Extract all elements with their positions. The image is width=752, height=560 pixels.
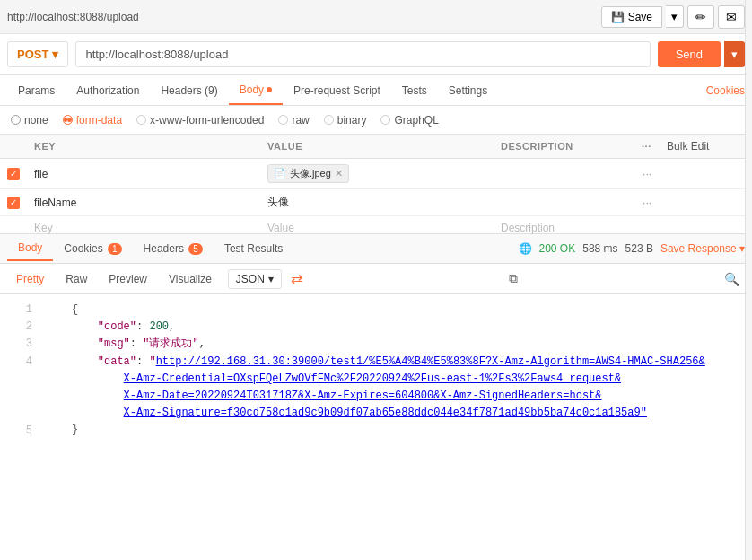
radio-graphql — [380, 115, 390, 125]
response-status: 🌐 200 OK 588 ms 523 B Save Response ▾ — [519, 242, 745, 255]
code-tab-visualize[interactable]: Visualize — [160, 269, 221, 289]
top-bar-actions: 💾 Save ▾ ✏ ✉ — [601, 5, 745, 29]
tab-body[interactable]: Body — [229, 76, 283, 105]
radio-urlencoded — [136, 115, 146, 125]
radio-raw — [278, 115, 288, 125]
body-dot — [267, 87, 272, 92]
tab-prerequest[interactable]: Pre-request Script — [283, 77, 391, 104]
response-tabs: Body Cookies 1 Headers 5 Test Results 🌐 … — [0, 233, 752, 264]
method-select[interactable]: POST ▾ — [7, 41, 68, 67]
row1-bulk — [660, 159, 752, 189]
response-tab-cookies[interactable]: Cookies 1 — [53, 237, 132, 260]
body-type-bar: none form-data x-www-form-urlencoded raw… — [0, 106, 752, 135]
response-time: 588 ms — [582, 242, 617, 255]
code-line-3: "msg": "请求成功", — [72, 336, 705, 353]
response-size: 523 B — [625, 242, 653, 255]
params-table: KEY VALUE DESCRIPTION ··· Bulk Edit ✓ fi… — [0, 135, 752, 241]
url-input[interactable] — [75, 41, 650, 67]
status-code: 200 OK — [539, 242, 576, 255]
body-type-raw[interactable]: raw — [278, 114, 309, 127]
body-type-urlencoded[interactable]: x-www-form-urlencoded — [136, 114, 264, 127]
code-line-4c: X-Amz-Date=20220924T031718Z&X-Amz-Expire… — [72, 388, 705, 405]
response-tab-body[interactable]: Body — [7, 236, 53, 261]
file-tag: 📄 头像.jpeg ✕ — [267, 164, 349, 183]
wrap-button[interactable]: ⇄ — [285, 268, 308, 289]
row1-description[interactable] — [494, 159, 634, 189]
col-description: DESCRIPTION — [494, 135, 634, 159]
col-value: VALUE — [260, 135, 494, 159]
code-area: 1 2 3 4 5 { "code": 200, "msg": "请求成功", … — [0, 294, 752, 456]
code-tab-raw[interactable]: Raw — [57, 269, 96, 289]
tab-headers[interactable]: Headers (9) — [150, 77, 228, 104]
col-checkbox — [0, 135, 27, 159]
row1-value[interactable]: 📄 头像.jpeg ✕ — [260, 159, 494, 189]
code-lines-container: 1 2 3 4 5 { "code": 200, "msg": "请求成功", … — [11, 302, 741, 440]
format-select[interactable]: JSON ▾ — [228, 269, 282, 289]
row2-value[interactable]: 头像 — [260, 189, 494, 216]
format-chevron-icon: ▾ — [268, 273, 274, 285]
row1-checkbox[interactable]: ✓ — [7, 168, 20, 180]
file-icon: 📄 — [274, 168, 286, 179]
row2-key[interactable]: fileName — [27, 189, 260, 216]
row2-description[interactable] — [494, 189, 634, 216]
body-type-form-data[interactable]: form-data — [63, 114, 122, 127]
nav-tabs: Params Authorization Headers (9) Body Pr… — [0, 75, 752, 106]
radio-form-data — [63, 115, 73, 125]
code-content: { "code": 200, "msg": "请求成功", "data": "h… — [72, 302, 705, 440]
row2-more[interactable]: ··· — [634, 189, 660, 216]
data-url-link-2[interactable]: X-Amz-Credential=OXspFQeLZwOVfFMc%2F2022… — [124, 372, 622, 385]
method-chevron-icon: ▾ — [52, 48, 58, 61]
body-type-binary[interactable]: binary — [324, 114, 367, 127]
row2-checkbox[interactable]: ✓ — [7, 197, 20, 209]
globe-icon: 🌐 — [519, 242, 532, 255]
tab-settings[interactable]: Settings — [438, 77, 498, 104]
tab-authorization[interactable]: Authorization — [66, 77, 150, 104]
row1-more[interactable]: ··· — [634, 159, 660, 189]
comment-button[interactable]: ✉ — [718, 5, 745, 29]
save-response-button[interactable]: Save Response ▾ — [660, 242, 745, 255]
cookies-badge: 1 — [108, 243, 122, 255]
data-url-link-4[interactable]: X-Amz-Signature=f30cd758c1ad9c9b09df07ab… — [124, 407, 647, 419]
data-url-link-3[interactable]: X-Amz-Date=20220924T031718Z&X-Amz-Expire… — [124, 389, 602, 402]
response-tab-headers[interactable]: Headers 5 — [133, 237, 214, 260]
save-icon: 💾 — [611, 11, 625, 23]
row2-bulk — [660, 189, 752, 216]
code-line-2: "code": 200, — [72, 319, 705, 336]
tab-tests[interactable]: Tests — [391, 77, 438, 104]
code-toolbar: Pretty Raw Preview Visualize JSON ▾ ⇄ ⧉ … — [0, 264, 752, 294]
search-button[interactable]: 🔍 — [719, 270, 745, 288]
remove-file-button[interactable]: ✕ — [335, 168, 343, 179]
code-line-1: { — [72, 302, 705, 319]
code-tab-pretty[interactable]: Pretty — [7, 269, 53, 289]
save-button[interactable]: 💾 Save — [601, 6, 662, 28]
col-key: KEY — [27, 135, 260, 159]
radio-binary — [324, 115, 334, 125]
data-url-link[interactable]: http://192.168.31.30:39000/test1/%E5%A4%… — [156, 355, 705, 368]
code-line-4b: X-Amz-Credential=OXspFQeLZwOVfFMc%2F2022… — [72, 371, 705, 388]
copy-button[interactable]: ⧉ — [503, 269, 523, 288]
table-row: ✓ fileName 头像 ··· — [0, 189, 752, 216]
response-tab-test-results[interactable]: Test Results — [214, 237, 293, 260]
body-type-none[interactable]: none — [11, 114, 48, 127]
pencil-button[interactable]: ✏ — [687, 5, 714, 29]
row2-checkbox-cell[interactable]: ✓ — [0, 189, 27, 216]
headers-badge: 5 — [188, 243, 203, 255]
save-dropdown-button[interactable]: ▾ — [666, 5, 684, 28]
code-line-5: } — [72, 422, 705, 439]
row1-key[interactable]: file — [27, 159, 260, 189]
code-line-4: "data": "http://192.168.31.30:39000/test… — [72, 354, 705, 371]
table-row: ✓ file 📄 头像.jpeg ✕ ··· — [0, 159, 752, 189]
col-more: ··· — [634, 135, 660, 159]
address-bar-url: http://localhost:8088/upload — [7, 11, 601, 23]
scrollbar[interactable] — [745, 0, 752, 560]
tab-params[interactable]: Params — [7, 77, 66, 104]
cookies-link[interactable]: Cookies — [706, 84, 745, 97]
code-tab-preview[interactable]: Preview — [100, 269, 156, 289]
code-line-4d: X-Amz-Signature=f30cd758c1ad9c9b09df07ab… — [72, 405, 705, 422]
line-numbers: 1 2 3 4 5 — [11, 302, 32, 440]
row1-checkbox-cell[interactable]: ✓ — [0, 159, 27, 189]
col-bulk-edit[interactable]: Bulk Edit — [660, 135, 752, 159]
send-button[interactable]: Send — [658, 41, 721, 67]
send-dropdown-button[interactable]: ▾ — [724, 41, 745, 67]
body-type-graphql[interactable]: GraphQL — [380, 114, 438, 127]
